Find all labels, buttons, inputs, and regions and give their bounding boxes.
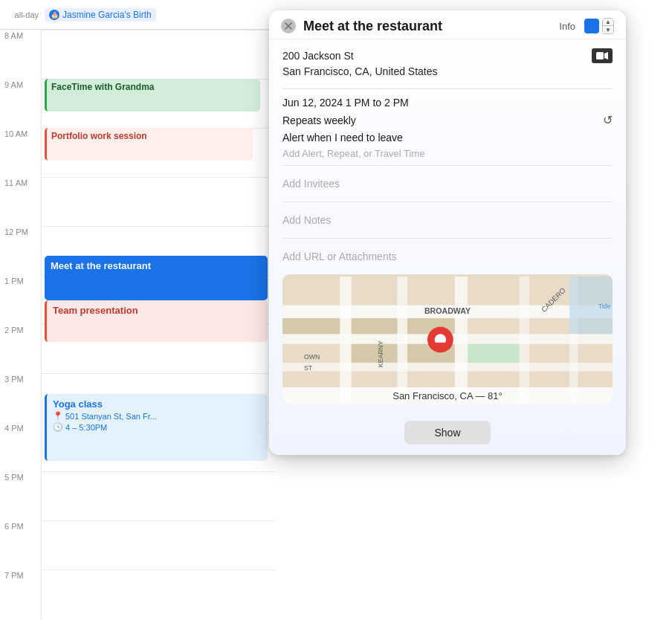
show-button[interactable]: Show [404,421,490,445]
location-text: 200 Jackson St San Francisco, CA, United… [282,48,438,80]
popup-body: 200 Jackson St San Francisco, CA, United… [269,39,626,413]
svg-text:OWN: OWN [304,353,320,361]
svg-rect-9 [397,277,407,402]
repeat-icon: ↺ [603,113,613,127]
calendar-color-picker[interactable]: ▲ ▼ [584,18,614,34]
time-6pm: 6 PM [4,522,24,531]
time-2pm: 2 PM [4,326,24,335]
add-alert-field[interactable]: Add Alert, Repeat, or Travel Time [282,148,613,159]
location-row: 200 Jackson St San Francisco, CA, United… [282,48,613,80]
restaurant-event-title: Meet at the restaurant [51,260,151,271]
birthday-icon: 🎂 [49,10,59,20]
team-event-title: Team presentation [53,305,138,316]
repeat-text: Repeats weekly [282,114,356,126]
location-icon: 📍 [53,411,63,421]
popup-title: Meet at the restaurant [303,19,559,34]
time-3pm: 3 PM [4,375,24,384]
map-container[interactable]: BROADWAY CADERO KEARNY OWN ST Tide San F… [282,274,613,404]
svg-rect-11 [520,277,530,402]
yoga-event[interactable]: Yoga class 📍 501 Stanyan St, San Fr... 🕓… [45,394,268,461]
section-divider-1 [282,165,613,166]
date-time-row: Jun 12, 2024 1 PM to 2 PM [282,97,613,109]
svg-rect-13 [282,318,340,334]
all-day-label: all-day [0,10,45,19]
svg-rect-14 [352,318,398,334]
team-event[interactable]: Team presentation [45,300,268,342]
svg-rect-18 [352,344,398,363]
svg-rect-10 [455,277,468,402]
yoga-location: 501 Stanyan St, San Fr... [65,412,157,421]
svg-text:Tide: Tide [598,303,611,310]
clock-icon: 🕓 [53,422,63,432]
section-divider-2 [282,201,613,202]
alert-row: Alert when I need to leave [282,132,613,143]
location-line1: 200 Jackson St [282,48,438,64]
stepper-up[interactable]: ▲ [603,19,613,26]
location-line2: San Francisco, CA, United States [282,64,438,80]
portfolio-event[interactable]: Portfolio work session [45,128,253,161]
svg-text:KEARNY: KEARNY [377,340,384,367]
time-1pm: 1 PM [4,277,24,285]
yoga-time: 4 – 5:30PM [65,423,107,432]
svg-text:BROADWAY: BROADWAY [424,306,471,315]
show-button-row: Show [269,413,626,455]
time-4pm: 4 PM [4,424,24,433]
svg-rect-16 [468,344,519,363]
facetime-event[interactable]: FaceTime with Grandma [45,79,260,112]
svg-rect-2 [596,52,604,59]
section-divider-3 [282,238,613,239]
time-8am: 8 AM [4,31,23,40]
video-icon[interactable] [592,48,613,63]
svg-marker-3 [604,52,608,59]
divider-1 [282,88,613,89]
time-5pm: 5 PM [4,473,24,482]
repeat-row: Repeats weekly ↺ [282,113,613,127]
svg-rect-8 [340,277,351,402]
yoga-time-row: 🕓 4 – 5:30PM [53,422,262,432]
stepper-down[interactable]: ▼ [603,26,613,33]
all-day-event-title: Jasmine Garcia's Birth [62,10,152,20]
info-popup: Meet at the restaurant Info ▲ ▼ 200 Jack… [269,10,626,455]
yoga-event-title: Yoga class [53,398,262,410]
close-button[interactable] [281,19,296,33]
portfolio-event-title: Portfolio work session [51,131,147,141]
add-url-field[interactable]: Add URL or Attachments [282,245,613,268]
all-day-event[interactable]: 🎂 Jasmine Garcia's Birth [45,8,156,22]
yoga-location-row: 📍 501 Stanyan St, San Fr... [53,411,262,421]
time-9am: 9 AM [4,80,23,89]
all-day-row: all-day 🎂 Jasmine Garcia's Birth [0,0,275,30]
calendar-color-square [584,19,599,33]
stepper[interactable]: ▲ ▼ [602,18,614,34]
time-11am: 11 AM [4,178,28,187]
info-label: Info [559,21,575,32]
map-label: San Francisco, CA — 81° [282,387,613,404]
time-12pm: 12 PM [4,227,28,236]
add-invitees-field[interactable]: Add Invitees [282,172,613,196]
restaurant-event[interactable]: Meet at the restaurant [45,256,268,300]
svg-text:ST: ST [304,364,313,372]
add-notes-field[interactable]: Add Notes [282,208,613,232]
time-7pm: 7 PM [4,571,24,580]
popup-header: Meet at the restaurant Info ▲ ▼ [269,10,626,39]
svg-rect-7 [282,363,613,372]
facetime-event-title: FaceTime with Grandma [51,82,155,92]
time-10am: 10 AM [4,129,28,138]
